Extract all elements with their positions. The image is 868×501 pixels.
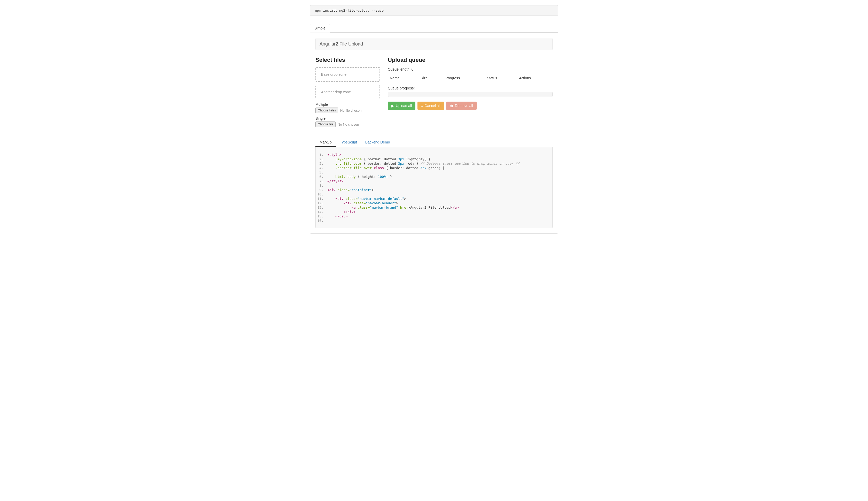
- code-line-10: 10.: [316, 192, 552, 196]
- code-line-6: 6. html, body { height: 100%; }: [316, 174, 552, 179]
- queue-progress-bar: [388, 92, 552, 97]
- remove-all-button[interactable]: 🗑 Remove all: [446, 102, 476, 110]
- code-line-13: 13. <a class="navbar-brand" href>Angular…: [316, 205, 552, 210]
- bottom-tab-bar: Markup TypeScript Backend Demo: [316, 138, 552, 147]
- col-progress: Progress: [443, 74, 485, 82]
- code-line-1: 1. <style>: [316, 152, 552, 157]
- another-drop-zone[interactable]: Another drop zone: [316, 85, 380, 99]
- main-tab-bar: Simple: [310, 23, 558, 33]
- col-name: Name: [388, 74, 418, 82]
- choose-files-button[interactable]: Choose Files: [316, 108, 338, 113]
- queue-table-header: Name Size Progress Status Actions: [388, 74, 552, 82]
- multiple-file-group: Multiple Choose Files No file chosen: [316, 103, 380, 113]
- right-panel: Upload queue Queue length: 0 Name Size P…: [388, 57, 552, 130]
- col-actions: Actions: [517, 74, 552, 82]
- single-label: Single: [316, 116, 380, 120]
- multiple-input-row: Choose Files No file chosen: [316, 108, 380, 113]
- code-line-9: 9. <div class="container">: [316, 188, 552, 192]
- upload-all-button[interactable]: ▶ Upload all: [388, 102, 415, 110]
- cancel-all-button[interactable]: ☓ Cancel all: [417, 102, 444, 110]
- multiple-label: Multiple: [316, 103, 380, 107]
- trash-icon: 🗑: [450, 104, 453, 108]
- code-line-14: 14. </div>: [316, 210, 552, 214]
- tab-markup[interactable]: Markup: [316, 138, 336, 147]
- tab-typescript[interactable]: TypeScript: [336, 138, 361, 147]
- single-input-row: Choose file No file chosen: [316, 121, 380, 127]
- code-block: 1. <style> 2. .my-drop-zone { border: do…: [316, 147, 552, 228]
- code-line-7: 7. </style>: [316, 179, 552, 183]
- code-line-15: 15. </div>: [316, 214, 552, 218]
- action-buttons: ▶ Upload all ☓ Cancel all 🗑 Remove all: [388, 102, 552, 110]
- no-file-single-text: No file chosen: [338, 122, 359, 126]
- code-line-16: 16.: [316, 218, 552, 223]
- content-grid: Select files Base drop zone Another drop…: [316, 57, 552, 130]
- tab-backend-demo[interactable]: Backend Demo: [361, 138, 394, 147]
- queue-table: Name Size Progress Status Actions: [388, 74, 552, 82]
- single-file-group: Single Choose file No file chosen: [316, 116, 380, 127]
- code-line-3: 3. .nv-file-over { border: dotted 3px re…: [316, 161, 552, 166]
- base-drop-zone[interactable]: Base drop zone: [316, 67, 380, 82]
- cancel-icon: ☓: [421, 104, 423, 108]
- left-panel: Select files Base drop zone Another drop…: [316, 57, 380, 130]
- select-files-title: Select files: [316, 57, 380, 63]
- col-size: Size: [418, 74, 443, 82]
- queue-progress-label: Queue progress:: [388, 86, 552, 90]
- no-file-multiple-text: No file chosen: [340, 109, 361, 113]
- code-line-4: 4. .another-file-over-class { border: do…: [316, 166, 552, 170]
- queue-length: Queue length: 0: [388, 67, 552, 71]
- code-line-12: 12. <div class="navbar-header">: [316, 201, 552, 205]
- main-card: Angular2 File Upload Select files Base d…: [310, 33, 558, 234]
- code-line-11: 11. <div class="navbar navbar-default">: [316, 196, 552, 201]
- install-command: npm install ng2-file-upload --save: [310, 5, 558, 16]
- code-line-2: 2. .my-drop-zone { border: dotted 3px li…: [316, 157, 552, 161]
- tab-simple[interactable]: Simple: [310, 24, 330, 33]
- upload-queue-title: Upload queue: [388, 57, 552, 63]
- upload-icon: ▶: [392, 104, 394, 108]
- card-title: Angular2 File Upload: [316, 38, 552, 50]
- choose-file-button[interactable]: Choose file: [316, 121, 336, 127]
- code-line-5: 5.: [316, 170, 552, 174]
- code-line-8: 8.: [316, 183, 552, 188]
- col-status: Status: [485, 74, 517, 82]
